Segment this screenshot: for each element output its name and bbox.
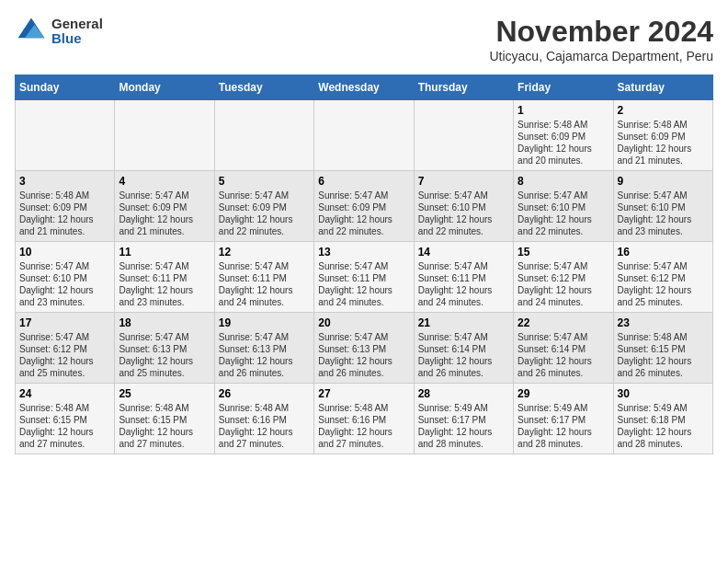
day-info: Sunrise: 5:48 AM Sunset: 6:09 PM Dayligh…	[618, 119, 709, 167]
logo-icon	[15, 15, 48, 48]
day-info: Sunrise: 5:47 AM Sunset: 6:14 PM Dayligh…	[518, 331, 609, 379]
day-number: 3	[19, 175, 110, 188]
day-number: 30	[618, 387, 709, 400]
header-friday: Friday	[514, 75, 613, 100]
logo-text: General Blue	[51, 17, 103, 47]
day-info: Sunrise: 5:47 AM Sunset: 6:11 PM Dayligh…	[418, 260, 509, 308]
calendar-cell: 20Sunrise: 5:47 AM Sunset: 6:13 PM Dayli…	[314, 313, 414, 384]
calendar-cell: 13Sunrise: 5:47 AM Sunset: 6:11 PM Dayli…	[314, 242, 414, 313]
day-info: Sunrise: 5:48 AM Sunset: 6:09 PM Dayligh…	[19, 190, 110, 237]
page-header: General Blue November 2024 Uticyacu, Caj…	[15, 15, 713, 63]
week-row-2: 10Sunrise: 5:47 AM Sunset: 6:10 PM Dayli…	[16, 242, 713, 313]
day-info: Sunrise: 5:47 AM Sunset: 6:13 PM Dayligh…	[318, 331, 409, 379]
calendar-cell	[16, 100, 115, 171]
day-info: Sunrise: 5:47 AM Sunset: 6:14 PM Dayligh…	[418, 331, 509, 379]
day-info: Sunrise: 5:48 AM Sunset: 6:15 PM Dayligh…	[618, 331, 709, 379]
day-info: Sunrise: 5:49 AM Sunset: 6:17 PM Dayligh…	[418, 402, 509, 450]
day-number: 6	[318, 175, 409, 188]
calendar-header: SundayMondayTuesdayWednesdayThursdayFrid…	[16, 75, 713, 100]
calendar-cell: 29Sunrise: 5:49 AM Sunset: 6:17 PM Dayli…	[514, 384, 613, 454]
calendar-cell: 8Sunrise: 5:47 AM Sunset: 6:10 PM Daylig…	[514, 171, 613, 242]
calendar-cell: 18Sunrise: 5:47 AM Sunset: 6:13 PM Dayli…	[115, 313, 214, 384]
calendar-cell: 21Sunrise: 5:47 AM Sunset: 6:14 PM Dayli…	[414, 313, 513, 384]
calendar-cell: 17Sunrise: 5:47 AM Sunset: 6:12 PM Dayli…	[16, 313, 115, 384]
calendar-cell	[314, 100, 414, 171]
day-info: Sunrise: 5:48 AM Sunset: 6:15 PM Dayligh…	[19, 402, 110, 450]
calendar-cell: 14Sunrise: 5:47 AM Sunset: 6:11 PM Dayli…	[414, 242, 513, 313]
day-info: Sunrise: 5:47 AM Sunset: 6:12 PM Dayligh…	[618, 260, 709, 308]
day-number: 13	[318, 246, 409, 259]
day-number: 11	[119, 246, 210, 259]
day-info: Sunrise: 5:48 AM Sunset: 6:15 PM Dayligh…	[119, 402, 210, 450]
day-info: Sunrise: 5:47 AM Sunset: 6:11 PM Dayligh…	[318, 260, 409, 308]
day-number: 15	[518, 246, 609, 259]
day-number: 9	[618, 175, 709, 188]
day-number: 2	[618, 104, 709, 117]
day-info: Sunrise: 5:48 AM Sunset: 6:16 PM Dayligh…	[219, 402, 310, 450]
calendar-cell: 15Sunrise: 5:47 AM Sunset: 6:12 PM Dayli…	[514, 242, 613, 313]
day-number: 14	[418, 246, 509, 259]
day-number: 23	[618, 316, 709, 329]
day-info: Sunrise: 5:48 AM Sunset: 6:09 PM Dayligh…	[518, 119, 609, 167]
day-number: 24	[19, 387, 110, 400]
week-row-1: 3Sunrise: 5:48 AM Sunset: 6:09 PM Daylig…	[16, 171, 713, 242]
day-number: 18	[119, 316, 210, 329]
day-number: 26	[219, 387, 310, 400]
calendar-cell: 23Sunrise: 5:48 AM Sunset: 6:15 PM Dayli…	[613, 313, 712, 384]
calendar-cell: 6Sunrise: 5:47 AM Sunset: 6:09 PM Daylig…	[314, 171, 414, 242]
location: Uticyacu, Cajamarca Department, Peru	[489, 49, 713, 63]
day-number: 29	[518, 387, 609, 400]
day-number: 20	[318, 316, 409, 329]
calendar-cell: 25Sunrise: 5:48 AM Sunset: 6:15 PM Dayli…	[115, 384, 214, 454]
day-number: 17	[19, 316, 110, 329]
logo-general: General	[51, 17, 103, 32]
header-sunday: Sunday	[16, 75, 115, 100]
month-title: November 2024	[489, 15, 713, 49]
calendar-body: 1Sunrise: 5:48 AM Sunset: 6:09 PM Daylig…	[16, 100, 713, 454]
calendar-cell: 12Sunrise: 5:47 AM Sunset: 6:11 PM Dayli…	[214, 242, 313, 313]
logo: General Blue	[15, 15, 103, 48]
day-number: 5	[219, 175, 310, 188]
day-number: 12	[219, 246, 310, 259]
calendar-cell: 10Sunrise: 5:47 AM Sunset: 6:10 PM Dayli…	[16, 242, 115, 313]
week-row-3: 17Sunrise: 5:47 AM Sunset: 6:12 PM Dayli…	[16, 313, 713, 384]
header-saturday: Saturday	[613, 75, 712, 100]
header-tuesday: Tuesday	[214, 75, 313, 100]
header-row: SundayMondayTuesdayWednesdayThursdayFrid…	[16, 75, 713, 100]
calendar-cell	[214, 100, 313, 171]
calendar-cell: 5Sunrise: 5:47 AM Sunset: 6:09 PM Daylig…	[214, 171, 313, 242]
calendar-cell: 11Sunrise: 5:47 AM Sunset: 6:11 PM Dayli…	[115, 242, 214, 313]
calendar-cell: 1Sunrise: 5:48 AM Sunset: 6:09 PM Daylig…	[514, 100, 613, 171]
week-row-0: 1Sunrise: 5:48 AM Sunset: 6:09 PM Daylig…	[16, 100, 713, 171]
day-number: 22	[518, 316, 609, 329]
day-number: 21	[418, 316, 509, 329]
header-thursday: Thursday	[414, 75, 513, 100]
day-info: Sunrise: 5:47 AM Sunset: 6:11 PM Dayligh…	[119, 260, 210, 308]
day-info: Sunrise: 5:47 AM Sunset: 6:09 PM Dayligh…	[119, 190, 210, 237]
day-info: Sunrise: 5:49 AM Sunset: 6:18 PM Dayligh…	[618, 402, 709, 450]
day-number: 16	[618, 246, 709, 259]
day-info: Sunrise: 5:47 AM Sunset: 6:10 PM Dayligh…	[518, 190, 609, 237]
calendar-cell	[115, 100, 214, 171]
calendar-table: SundayMondayTuesdayWednesdayThursdayFrid…	[15, 75, 713, 454]
calendar-cell: 3Sunrise: 5:48 AM Sunset: 6:09 PM Daylig…	[16, 171, 115, 242]
day-info: Sunrise: 5:47 AM Sunset: 6:10 PM Dayligh…	[19, 260, 110, 308]
calendar-cell: 16Sunrise: 5:47 AM Sunset: 6:12 PM Dayli…	[613, 242, 712, 313]
calendar-cell: 4Sunrise: 5:47 AM Sunset: 6:09 PM Daylig…	[115, 171, 214, 242]
day-number: 19	[219, 316, 310, 329]
calendar-cell: 2Sunrise: 5:48 AM Sunset: 6:09 PM Daylig…	[613, 100, 712, 171]
day-info: Sunrise: 5:47 AM Sunset: 6:12 PM Dayligh…	[518, 260, 609, 308]
calendar-cell: 22Sunrise: 5:47 AM Sunset: 6:14 PM Dayli…	[514, 313, 613, 384]
day-info: Sunrise: 5:47 AM Sunset: 6:11 PM Dayligh…	[219, 260, 310, 308]
day-number: 28	[418, 387, 509, 400]
day-info: Sunrise: 5:48 AM Sunset: 6:16 PM Dayligh…	[318, 402, 409, 450]
week-row-4: 24Sunrise: 5:48 AM Sunset: 6:15 PM Dayli…	[16, 384, 713, 454]
day-number: 8	[518, 175, 609, 188]
header-monday: Monday	[115, 75, 214, 100]
day-info: Sunrise: 5:47 AM Sunset: 6:09 PM Dayligh…	[219, 190, 310, 237]
day-info: Sunrise: 5:47 AM Sunset: 6:13 PM Dayligh…	[219, 331, 310, 379]
day-info: Sunrise: 5:49 AM Sunset: 6:17 PM Dayligh…	[518, 402, 609, 450]
day-number: 10	[19, 246, 110, 259]
calendar-cell: 24Sunrise: 5:48 AM Sunset: 6:15 PM Dayli…	[16, 384, 115, 454]
logo-blue: Blue	[51, 31, 103, 47]
